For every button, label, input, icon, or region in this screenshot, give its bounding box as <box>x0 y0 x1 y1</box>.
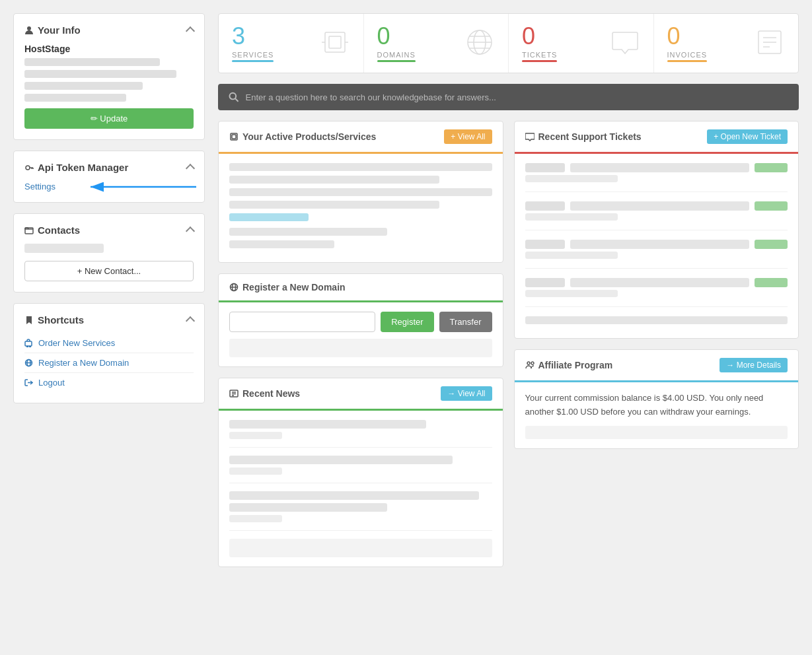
ticket-title-2 <box>570 201 750 211</box>
product-link-1 <box>229 213 309 221</box>
contact-name-blurred <box>24 244 104 253</box>
folder-icon <box>24 226 34 235</box>
shortcuts-header: Shortcuts <box>24 314 194 326</box>
open-ticket-btn[interactable]: + Open New Ticket <box>707 129 788 144</box>
address-line4 <box>24 94 126 102</box>
left-column: Your Active Products/Services + View All <box>218 121 503 567</box>
news-icon <box>229 389 239 398</box>
products-card: Your Active Products/Services + View All <box>218 121 503 263</box>
tickets-title: Recent Support Tickets <box>525 131 642 142</box>
tickets-count: 0 <box>522 24 557 48</box>
search-icon <box>229 92 239 102</box>
contacts-collapse-icon[interactable] <box>186 226 195 236</box>
more-details-btn[interactable]: → More Details <box>720 358 788 372</box>
news-title: Recent News <box>229 388 300 399</box>
products-view-all-btn[interactable]: + View All <box>444 129 492 144</box>
main-content: 3 SERVICES 0 DOMAINS <box>218 13 799 642</box>
new-contact-button[interactable]: + New Contact... <box>24 261 194 281</box>
domain-card: Register a New Domain Register Transfer <box>218 273 503 367</box>
svg-point-9 <box>30 346 31 347</box>
product-row-4 <box>229 201 439 209</box>
logout-icon <box>24 378 33 387</box>
shortcuts-card: Shortcuts Order New Services Register a … <box>13 303 205 403</box>
affiliate-title: Affiliate Program <box>525 360 613 370</box>
ticket-title-4 <box>570 278 750 287</box>
settings-link[interactable]: Settings <box>24 182 55 191</box>
shortcuts-title: Shortcuts <box>24 314 84 326</box>
stat-tickets[interactable]: 0 TICKETS <box>509 14 654 73</box>
api-token-card: Api Token Manager Settings <box>13 151 205 203</box>
your-info-header: Your Info <box>24 24 194 36</box>
invoices-count: 0 <box>667 24 708 48</box>
tickets-card: Recent Support Tickets + Open New Ticket <box>514 121 799 339</box>
update-button[interactable]: ✏ Update <box>24 108 194 129</box>
tickets-underline <box>522 60 557 62</box>
product-row-3 <box>229 188 492 196</box>
stat-invoices[interactable]: 0 INVOICES <box>654 14 799 73</box>
sidebar: Your Info HostStage ✏ Update Api Token M… <box>13 13 205 642</box>
news-card: Recent News → View All <box>218 378 503 567</box>
services-label: SERVICES <box>232 51 274 59</box>
services-count: 3 <box>232 24 274 48</box>
services-icon <box>320 27 350 59</box>
shortcut-register-domain[interactable]: Register a New Domain <box>24 353 194 373</box>
collapse-icon[interactable] <box>186 26 195 36</box>
ticket-date-4 <box>525 290 618 297</box>
tickets-body <box>515 154 799 338</box>
shortcut-order-services[interactable]: Order New Services <box>24 333 194 353</box>
register-btn[interactable]: Register <box>381 312 433 332</box>
invoices-label: INVOICES <box>667 51 708 59</box>
stats-bar: 3 SERVICES 0 DOMAINS <box>218 13 799 73</box>
your-info-card: Your Info HostStage ✏ Update <box>13 13 205 140</box>
ticket-status-2 <box>755 201 788 211</box>
search-bar <box>218 84 799 110</box>
news-item-3 <box>229 491 492 531</box>
domains-underline <box>377 60 416 62</box>
ticket-id-3 <box>525 240 565 249</box>
globe-small-icon <box>229 283 239 292</box>
svg-point-0 <box>27 26 31 30</box>
settings-row: Settings <box>24 181 194 191</box>
shortcut-logout[interactable]: Logout <box>24 373 194 392</box>
people-icon <box>525 361 535 370</box>
affiliate-body: Your current commission balance is $4.00… <box>515 382 799 448</box>
affiliate-card-header: Affiliate Program → More Details <box>515 350 799 382</box>
chat-icon <box>525 132 535 141</box>
affiliate-card: Affiliate Program → More Details Your cu… <box>514 349 799 449</box>
user-icon <box>24 26 34 35</box>
stat-services[interactable]: 3 SERVICES <box>219 14 364 73</box>
ticket-title-3 <box>570 240 750 249</box>
api-collapse-icon[interactable] <box>186 164 195 173</box>
news-view-all-btn[interactable]: → View All <box>441 386 492 401</box>
ticket-row-1 <box>525 163 788 192</box>
news-body <box>219 411 503 567</box>
svg-rect-14 <box>325 32 345 52</box>
ticket-date-3 <box>525 252 618 259</box>
api-token-header: Api Token Manager <box>24 162 194 173</box>
api-token-title: Api Token Manager <box>24 162 128 173</box>
news-card-header: Recent News → View All <box>219 378 503 411</box>
products-title: Your Active Products/Services <box>229 131 376 142</box>
globe-icon <box>24 359 33 367</box>
ticket-row-4 <box>525 278 788 307</box>
shortcuts-collapse-icon[interactable] <box>186 316 195 326</box>
stat-domains[interactable]: 0 DOMAINS <box>364 14 509 73</box>
domain-search-results <box>229 339 492 357</box>
ticket-row-3 <box>525 240 788 269</box>
svg-rect-7 <box>25 341 32 346</box>
tickets-card-header: Recent Support Tickets + Open New Ticket <box>515 121 799 154</box>
ticket-row-2 <box>525 201 788 230</box>
ticket-status-1 <box>755 163 788 172</box>
domain-input[interactable] <box>229 312 375 332</box>
your-info-title: Your Info <box>24 24 81 36</box>
domains-label: DOMAINS <box>377 51 416 59</box>
transfer-btn[interactable]: Transfer <box>439 312 492 332</box>
svg-point-39 <box>531 362 534 364</box>
ticket-id-2 <box>525 201 565 211</box>
ticket-id-4 <box>525 278 565 287</box>
product-row-2 <box>229 176 439 184</box>
search-input[interactable] <box>246 92 788 102</box>
ticket-status-4 <box>755 278 788 287</box>
products-body <box>219 154 503 262</box>
affiliate-progress-bar <box>525 426 788 439</box>
